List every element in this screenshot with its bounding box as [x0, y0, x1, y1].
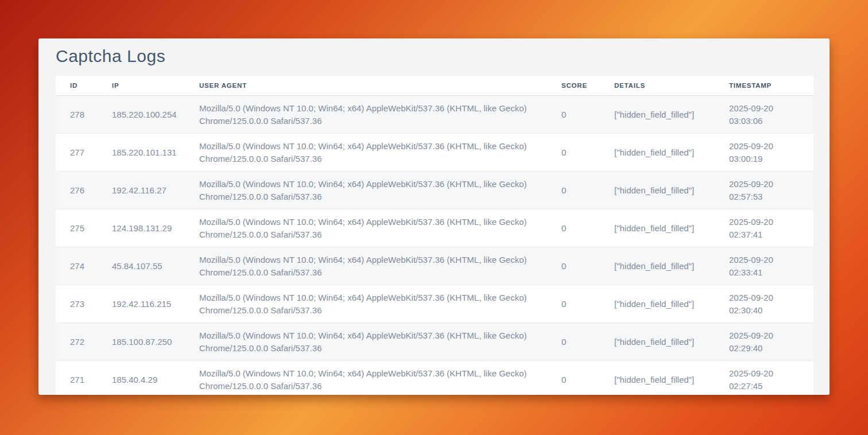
cell-details: ["hidden_field_filled"] — [600, 172, 715, 209]
column-header-timestamp: TIMESTAMP — [715, 76, 813, 96]
table-row: 273192.42.116.215Mozilla/5.0 (Windows NT… — [56, 285, 813, 323]
cell-timestamp: 2025-09-20 02:33:41 — [715, 247, 813, 285]
column-header-id: ID — [56, 76, 98, 96]
cell-user_agent: Mozilla/5.0 (Windows NT 10.0; Win64; x64… — [185, 323, 547, 361]
cell-id: 271 — [56, 361, 98, 395]
cell-score: 0 — [547, 285, 600, 323]
cell-score: 0 — [547, 323, 600, 361]
cell-id: 272 — [56, 323, 98, 361]
cell-details: ["hidden_field_filled"] — [600, 134, 715, 172]
table-row: 27445.84.107.55Mozilla/5.0 (Windows NT 1… — [56, 247, 813, 285]
cell-score: 0 — [547, 134, 600, 172]
cell-timestamp: 2025-09-20 02:27:45 — [715, 361, 813, 395]
cell-id: 274 — [56, 247, 98, 285]
cell-details: ["hidden_field_filled"] — [600, 361, 715, 395]
cell-timestamp: 2025-09-20 03:03:06 — [715, 96, 813, 134]
table-row: 278185.220.100.254Mozilla/5.0 (Windows N… — [56, 96, 813, 134]
cell-id: 275 — [56, 209, 98, 247]
cell-score: 0 — [547, 96, 600, 134]
cell-ip: 185.220.101.131 — [98, 134, 185, 172]
cell-details: ["hidden_field_filled"] — [600, 285, 715, 323]
cell-details: ["hidden_field_filled"] — [600, 247, 715, 285]
table-row: 275124.198.131.29Mozilla/5.0 (Windows NT… — [56, 209, 813, 247]
cell-timestamp: 2025-09-20 02:30:40 — [715, 285, 813, 323]
table-row: 271185.40.4.29Mozilla/5.0 (Windows NT 10… — [56, 361, 813, 395]
cell-ip: 45.84.107.55 — [98, 247, 185, 285]
cell-id: 273 — [56, 285, 98, 323]
cell-ip: 185.100.87.250 — [98, 323, 185, 361]
cell-id: 277 — [56, 134, 98, 172]
cell-score: 0 — [547, 247, 600, 285]
cell-timestamp: 2025-09-20 02:37:41 — [715, 209, 813, 247]
cell-user_agent: Mozilla/5.0 (Windows NT 10.0; Win64; x64… — [185, 96, 547, 134]
table-row: 272185.100.87.250Mozilla/5.0 (Windows NT… — [56, 323, 813, 361]
cell-ip: 185.40.4.29 — [98, 361, 185, 395]
table-row: 276192.42.116.27Mozilla/5.0 (Windows NT … — [56, 172, 813, 209]
cell-details: ["hidden_field_filled"] — [600, 96, 715, 134]
cell-score: 0 — [547, 172, 600, 209]
captcha-logs-card: Captcha Logs IDIPUSER AGENTSCOREDETAILST… — [38, 38, 830, 395]
column-header-score: SCORE — [547, 76, 600, 96]
cell-score: 0 — [547, 361, 600, 395]
cell-details: ["hidden_field_filled"] — [600, 323, 715, 361]
cell-user_agent: Mozilla/5.0 (Windows NT 10.0; Win64; x64… — [185, 361, 547, 395]
cell-timestamp: 2025-09-20 02:29:40 — [715, 323, 813, 361]
cell-user_agent: Mozilla/5.0 (Windows NT 10.0; Win64; x64… — [185, 172, 547, 209]
cell-user_agent: Mozilla/5.0 (Windows NT 10.0; Win64; x64… — [185, 209, 547, 247]
cell-score: 0 — [547, 209, 600, 247]
cell-id: 276 — [56, 172, 98, 209]
column-header-details: DETAILS — [600, 76, 715, 96]
column-header-ip: IP — [98, 76, 185, 96]
page-title: Captcha Logs — [38, 38, 830, 76]
captcha-logs-table: IDIPUSER AGENTSCOREDETAILSTIMESTAMP 2781… — [56, 76, 813, 395]
cell-user_agent: Mozilla/5.0 (Windows NT 10.0; Win64; x64… — [185, 285, 547, 323]
cell-user_agent: Mozilla/5.0 (Windows NT 10.0; Win64; x64… — [185, 247, 547, 285]
logs-table-container: IDIPUSER AGENTSCOREDETAILSTIMESTAMP 2781… — [56, 76, 812, 395]
column-header-user_agent: USER AGENT — [185, 76, 547, 96]
cell-id: 278 — [56, 96, 98, 134]
cell-ip: 192.42.116.27 — [98, 172, 185, 209]
table-row: 277185.220.101.131Mozilla/5.0 (Windows N… — [56, 134, 813, 172]
cell-user_agent: Mozilla/5.0 (Windows NT 10.0; Win64; x64… — [185, 134, 547, 172]
cell-timestamp: 2025-09-20 02:57:53 — [715, 172, 813, 209]
header-row: IDIPUSER AGENTSCOREDETAILSTIMESTAMP — [56, 76, 813, 96]
cell-ip: 192.42.116.215 — [98, 285, 185, 323]
cell-timestamp: 2025-09-20 03:00:19 — [715, 134, 813, 172]
logs-table-body: 278185.220.100.254Mozilla/5.0 (Windows N… — [56, 96, 813, 395]
logs-table-header: IDIPUSER AGENTSCOREDETAILSTIMESTAMP — [56, 76, 813, 96]
cell-details: ["hidden_field_filled"] — [600, 209, 715, 247]
cell-ip: 185.220.100.254 — [98, 96, 185, 134]
cell-ip: 124.198.131.29 — [98, 209, 185, 247]
